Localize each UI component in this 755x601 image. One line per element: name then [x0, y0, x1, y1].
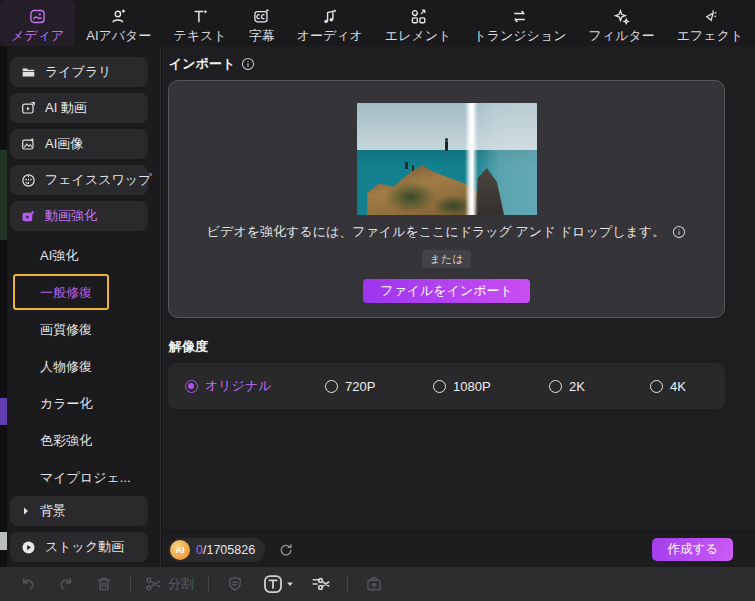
video-enhance-submenu: AI強化 一般修復 画質修復 人物修復 カラー化 色彩強化 マイプロジェ... [0, 237, 160, 496]
sidebar-subitem-color-enhance[interactable]: 色彩強化 [0, 422, 160, 459]
sidebar-item-library[interactable]: ライブラリ [10, 57, 148, 87]
sidebar-item-ai-video[interactable]: AI 動画 [10, 93, 148, 123]
audio-icon [321, 6, 338, 26]
resolution-option-4k[interactable]: 4K [650, 379, 686, 394]
transition-icon [511, 6, 528, 26]
chevron-right-icon [21, 506, 31, 516]
sidebar-item-label: AI 動画 [45, 99, 87, 117]
preview-thumbnail [357, 103, 537, 215]
scissors-icon [145, 575, 163, 593]
tab-media[interactable]: メディア [0, 0, 75, 46]
delete-button[interactable] [92, 572, 116, 596]
refresh-icon[interactable] [278, 542, 294, 558]
redo-button[interactable] [54, 572, 78, 596]
credits-counter: 0/1705826 [196, 543, 255, 557]
effect-icon [702, 6, 719, 26]
ai-credits-icon: AI [170, 540, 190, 560]
drop-instruction-text: ビデオを強化するには、ファイルをここにドラッグ アンド ドロップします。 [207, 223, 665, 241]
import-header: インポート [169, 54, 755, 74]
info-icon[interactable] [672, 225, 686, 239]
tab-filter[interactable]: フィルター [578, 0, 666, 46]
tab-filter-label: フィルター [589, 27, 655, 44]
tab-element[interactable]: エレメント [374, 0, 463, 46]
undo-button[interactable] [16, 572, 40, 596]
credits-footer: AI 0/1705826 作成する [162, 531, 755, 567]
media-icon [29, 6, 46, 26]
radio-icon [549, 380, 562, 393]
ai-video-icon [21, 101, 36, 116]
text-icon [192, 6, 209, 26]
sidebar-item-label: 動画強化 [45, 207, 97, 225]
sidebar-item-video-enhance[interactable]: 動画強化 [10, 201, 148, 231]
main-panel: インポート ビデオを強化するには、ファイルをここにドラッグ アンド ドロップしま… [162, 46, 755, 567]
thumbnail-compare-divider [465, 103, 478, 215]
sidebar-subitem-my-projects[interactable]: マイプロジェ... [0, 459, 160, 496]
split-button[interactable]: 分割 [145, 575, 194, 593]
video-enhance-icon [21, 209, 36, 224]
sidebar-item-face-swap[interactable]: フェイススワップ [10, 165, 148, 195]
element-icon [410, 6, 427, 26]
tab-audio-label: オーディオ [297, 27, 363, 44]
toolbar-divider [130, 576, 131, 592]
info-icon[interactable] [241, 57, 255, 71]
sidebar-item-label: ストック動画 [45, 538, 124, 556]
tab-text[interactable]: テキスト [162, 0, 237, 46]
tab-effect[interactable]: エフェクト [666, 0, 755, 46]
subtitle-cc-icon [253, 6, 270, 26]
import-title: インポート [169, 55, 235, 73]
sidebar-subitem-colorize[interactable]: カラー化 [0, 385, 160, 422]
or-label: または [422, 250, 472, 268]
resolution-option-720p[interactable]: 720P [325, 379, 433, 394]
sidebar: ライブラリ AI 動画 AI画像 フェイススワップ 動画強化 AI強化 一般修復 [0, 46, 161, 567]
sidebar-subitem-quality-repair[interactable]: 画質修復 [0, 311, 160, 348]
sidebar-item-label: ライブラリ [45, 63, 112, 81]
radio-icon [433, 380, 446, 393]
thumbnail-person [445, 141, 448, 151]
sidebar-item-label: AI画像 [45, 135, 83, 153]
toolbar-divider [208, 576, 209, 592]
radio-icon [650, 380, 663, 393]
shield-marker-button[interactable] [223, 572, 247, 596]
radio-icon [185, 380, 198, 393]
toolbar-divider [347, 576, 348, 592]
sidebar-item-background[interactable]: 背景 [10, 496, 148, 526]
import-dropzone[interactable]: ビデオを強化するには、ファイルをここにドラッグ アンド ドロップします。 または… [168, 80, 725, 318]
tab-media-label: メディア [11, 27, 64, 44]
sidebar-subitem-general-repair[interactable]: 一般修復 [0, 274, 160, 311]
resolution-title: 解像度 [169, 338, 755, 356]
text-tool-button[interactable] [261, 572, 295, 596]
left-edge-artifact [0, 46, 7, 567]
tab-ai-avatar-label: AIアバター [86, 27, 151, 44]
export-button[interactable] [362, 572, 386, 596]
sidebar-item-stock-video[interactable]: ストック動画 [10, 532, 148, 562]
resolution-option-2k[interactable]: 2K [549, 379, 650, 394]
dropdown-caret-icon [286, 580, 294, 588]
sidebar-item-ai-image[interactable]: AI画像 [10, 129, 148, 159]
resolution-option-original[interactable]: オリジナル [185, 377, 325, 395]
resolution-option-1080p[interactable]: 1080P [433, 379, 549, 394]
resolution-options: オリジナル 720P 1080P 2K 4K [168, 363, 725, 409]
tab-text-label: テキスト [173, 27, 226, 44]
import-file-button[interactable]: ファイルをインポート [363, 279, 530, 303]
create-button[interactable]: 作成する [652, 538, 733, 561]
timeline-toolbar: 分割 [0, 567, 755, 601]
tab-transition[interactable]: トランジション [462, 0, 577, 46]
tab-effect-label: エフェクト [677, 27, 744, 44]
tab-ai-avatar[interactable]: AIアバター [75, 0, 162, 46]
ai-image-icon [21, 137, 36, 152]
filter-icon [613, 6, 630, 26]
sidebar-subitem-ai-enhance[interactable]: AI強化 [0, 237, 160, 274]
tab-audio[interactable]: オーディオ [286, 0, 374, 46]
ai-avatar-icon [110, 6, 127, 26]
tab-subtitle[interactable]: 字幕 [238, 0, 286, 46]
radio-icon [325, 380, 338, 393]
tab-subtitle-label: 字幕 [249, 27, 275, 44]
folder-icon [21, 65, 36, 80]
sidebar-subitem-person-repair[interactable]: 人物修復 [0, 348, 160, 385]
tab-transition-label: トランジション [473, 27, 566, 44]
face-swap-icon [21, 173, 36, 188]
sidebar-item-label: フェイススワップ [45, 171, 151, 189]
split-label: 分割 [168, 575, 194, 593]
tab-element-label: エレメント [385, 27, 452, 44]
quick-split-button[interactable] [309, 572, 333, 596]
